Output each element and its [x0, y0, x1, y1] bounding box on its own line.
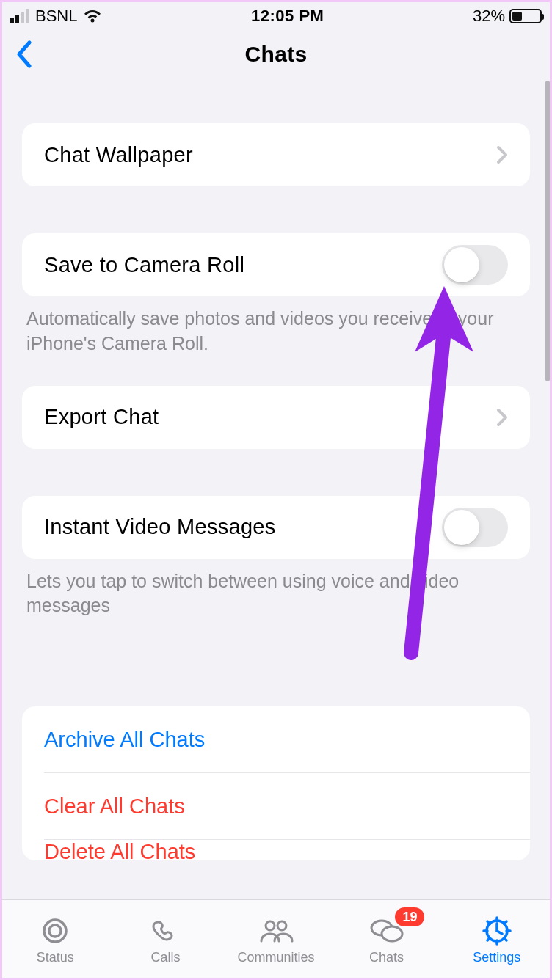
- instant-video-messages-label: Instant Video Messages: [44, 515, 276, 539]
- status-icon: [39, 915, 71, 947]
- status-left: BSNL: [10, 7, 102, 26]
- settings-scroll-area: Chat Wallpaper Save to Camera Roll Autom…: [0, 76, 552, 899]
- tab-bar: Status Calls Communities 19 Chats: [0, 899, 552, 980]
- svg-point-1: [49, 925, 61, 937]
- carrier-label: BSNL: [35, 7, 77, 26]
- chat-wallpaper-row[interactable]: Chat Wallpaper: [22, 123, 530, 186]
- tab-communities-label: Communities: [238, 950, 315, 965]
- svg-line-14: [487, 938, 490, 941]
- tab-chats[interactable]: 19 Chats: [331, 900, 441, 980]
- instant-video-messages-toggle[interactable]: [442, 508, 508, 547]
- clear-all-chats-button[interactable]: Clear All Chats: [22, 773, 530, 839]
- svg-point-2: [266, 921, 275, 930]
- tab-chats-label: Chats: [369, 950, 404, 965]
- save-to-camera-roll-toggle[interactable]: [442, 245, 508, 285]
- status-right: 32%: [473, 7, 542, 26]
- svg-point-5: [382, 926, 402, 941]
- wifi-icon: [83, 9, 102, 23]
- battery-percent: 32%: [473, 7, 505, 26]
- chat-wallpaper-label: Chat Wallpaper: [44, 143, 193, 167]
- clear-all-chats-label: Clear All Chats: [44, 794, 185, 819]
- status-bar: BSNL 12:05 PM 32%: [0, 0, 552, 32]
- scroll-indicator[interactable]: [545, 81, 550, 381]
- svg-point-0: [44, 920, 66, 942]
- communities-icon: [257, 915, 295, 947]
- tab-communities[interactable]: Communities: [221, 900, 331, 980]
- tab-settings-label: Settings: [473, 950, 520, 965]
- svg-line-11: [487, 921, 490, 924]
- battery-icon: [509, 9, 542, 23]
- page-title: Chats: [245, 42, 308, 67]
- export-chat-label: Export Chat: [44, 405, 159, 429]
- archive-all-chats-button[interactable]: Archive All Chats: [22, 706, 530, 772]
- svg-point-3: [277, 921, 286, 930]
- tab-status[interactable]: Status: [0, 900, 110, 980]
- save-to-camera-roll-footer: Automatically save photos and videos you…: [22, 296, 530, 356]
- nav-bar: Chats: [0, 32, 552, 76]
- svg-line-12: [504, 938, 506, 941]
- tab-calls[interactable]: Calls: [110, 900, 220, 980]
- instant-video-messages-row[interactable]: Instant Video Messages: [22, 496, 530, 559]
- chats-badge: 19: [395, 907, 424, 926]
- tab-status-label: Status: [37, 950, 74, 965]
- back-button[interactable]: [7, 38, 40, 70]
- chevron-right-icon: [496, 408, 508, 427]
- chevron-right-icon: [496, 145, 508, 164]
- tab-calls-label: Calls: [151, 950, 181, 965]
- instant-video-messages-footer: Lets you tap to switch between using voi…: [22, 559, 530, 619]
- archive-all-chats-label: Archive All Chats: [44, 728, 205, 752]
- delete-all-chats-button[interactable]: Delete All Chats: [22, 840, 530, 860]
- gear-icon: [481, 915, 513, 947]
- save-to-camera-roll-row[interactable]: Save to Camera Roll: [22, 233, 530, 296]
- status-time: 12:05 PM: [251, 7, 324, 26]
- phone-icon: [150, 915, 182, 947]
- export-chat-row[interactable]: Export Chat: [22, 386, 530, 449]
- tab-settings[interactable]: Settings: [442, 900, 552, 980]
- actions-list: Archive All Chats Clear All Chats Delete…: [22, 706, 530, 860]
- delete-all-chats-label: Delete All Chats: [44, 840, 195, 860]
- save-to-camera-roll-label: Save to Camera Roll: [44, 253, 244, 277]
- svg-line-13: [504, 921, 506, 924]
- cellular-signal-icon: [10, 9, 29, 23]
